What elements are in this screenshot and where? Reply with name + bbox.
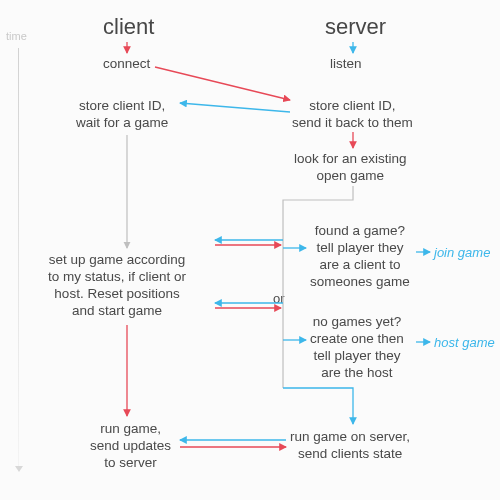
client-heading: client <box>103 14 154 40</box>
client-run: run game, send updates to server <box>90 420 171 471</box>
server-listen: listen <box>330 55 362 72</box>
time-axis <box>18 48 19 468</box>
arrows <box>0 0 500 500</box>
client-store: store client ID, wait for a game <box>76 97 168 131</box>
svg-line-3 <box>180 103 290 112</box>
or-label: or <box>273 291 285 306</box>
svg-line-2 <box>155 67 290 100</box>
server-store: store client ID, send it back to them <box>292 97 413 131</box>
client-connect: connect <box>103 55 150 72</box>
diagram-canvas: time client server connect listen store … <box>0 0 500 500</box>
client-setup: set up game according to my status, if c… <box>48 251 186 319</box>
host-annotation: host game <box>434 335 495 350</box>
server-found: found a game? tell player they are a cli… <box>310 222 410 290</box>
join-annotation: join game <box>434 245 490 260</box>
server-heading: server <box>325 14 386 40</box>
server-nogame: no games yet? create one then tell playe… <box>310 313 404 381</box>
server-lookup: look for an existing open game <box>294 150 407 184</box>
time-label: time <box>6 30 27 42</box>
server-run: run game on server, send clients state <box>290 428 410 462</box>
